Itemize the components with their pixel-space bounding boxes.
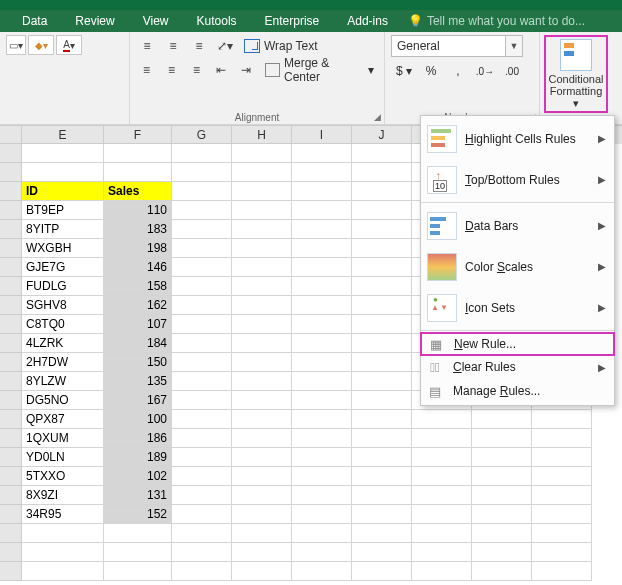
menu-data-bars[interactable]: Data Bars ▶ (421, 205, 614, 246)
cell[interactable] (172, 505, 232, 524)
cell[interactable] (104, 562, 172, 581)
row-header[interactable] (0, 182, 22, 201)
cell[interactable] (172, 201, 232, 220)
cell[interactable] (472, 562, 532, 581)
cell[interactable] (352, 144, 412, 163)
cell[interactable] (292, 144, 352, 163)
cell[interactable]: SGHV8 (22, 296, 104, 315)
cell[interactable] (352, 182, 412, 201)
row-header[interactable] (0, 144, 22, 163)
align-middle-icon[interactable]: ≡ (162, 35, 184, 57)
cell[interactable] (172, 448, 232, 467)
align-right-icon[interactable]: ≡ (186, 59, 207, 81)
row-header[interactable] (0, 220, 22, 239)
cell[interactable] (352, 467, 412, 486)
cell[interactable]: 4LZRK (22, 334, 104, 353)
cell[interactable] (104, 163, 172, 182)
cell[interactable]: 152 (104, 505, 172, 524)
cell[interactable] (472, 467, 532, 486)
cell[interactable] (292, 524, 352, 543)
cell[interactable]: 184 (104, 334, 172, 353)
col-header-F[interactable]: F (104, 126, 172, 144)
cell[interactable] (232, 410, 292, 429)
cell[interactable] (412, 505, 472, 524)
cell[interactable] (172, 467, 232, 486)
cell[interactable] (232, 163, 292, 182)
cell[interactable]: C8TQ0 (22, 315, 104, 334)
cell[interactable] (532, 524, 592, 543)
cell[interactable]: 131 (104, 486, 172, 505)
cell[interactable] (352, 315, 412, 334)
tab-data[interactable]: Data (8, 10, 61, 32)
cell[interactable]: 150 (104, 353, 172, 372)
cell[interactable] (472, 505, 532, 524)
cell[interactable] (232, 391, 292, 410)
cell[interactable] (352, 201, 412, 220)
cell[interactable]: 2H7DW (22, 353, 104, 372)
cell[interactable]: WXGBH (22, 239, 104, 258)
cell[interactable] (22, 543, 104, 562)
cell[interactable]: ID (22, 182, 104, 201)
cell[interactable] (172, 353, 232, 372)
cell[interactable] (232, 448, 292, 467)
cell[interactable] (292, 562, 352, 581)
cell[interactable] (22, 144, 104, 163)
cell[interactable] (232, 372, 292, 391)
cell[interactable]: 183 (104, 220, 172, 239)
cell[interactable]: 146 (104, 258, 172, 277)
cell[interactable] (172, 334, 232, 353)
cell[interactable] (292, 543, 352, 562)
menu-highlight-cells-rules[interactable]: Highlight Cells Rules ▶ (421, 118, 614, 159)
increase-decimal-button[interactable]: .0→ (472, 60, 498, 82)
cell[interactable] (292, 429, 352, 448)
cell[interactable] (232, 315, 292, 334)
cell[interactable]: 8YITP (22, 220, 104, 239)
cell[interactable] (232, 486, 292, 505)
cell[interactable]: 34R95 (22, 505, 104, 524)
cell[interactable] (172, 429, 232, 448)
row-header[interactable] (0, 410, 22, 429)
row-header[interactable] (0, 201, 22, 220)
cell[interactable] (352, 258, 412, 277)
cell[interactable]: 5TXXO (22, 467, 104, 486)
cell[interactable] (22, 163, 104, 182)
cell[interactable] (412, 410, 472, 429)
cell[interactable] (292, 220, 352, 239)
border-dropdown[interactable]: ▭▾ (6, 35, 26, 55)
cell[interactable] (292, 201, 352, 220)
row-header[interactable] (0, 429, 22, 448)
cell[interactable] (22, 524, 104, 543)
cell[interactable] (412, 467, 472, 486)
cell[interactable] (352, 562, 412, 581)
cell[interactable] (292, 372, 352, 391)
cell[interactable] (232, 467, 292, 486)
cell[interactable] (412, 524, 472, 543)
cell[interactable] (292, 334, 352, 353)
cell[interactable] (352, 334, 412, 353)
cell[interactable] (472, 429, 532, 448)
cell[interactable] (472, 524, 532, 543)
percent-format-button[interactable]: % (418, 60, 444, 82)
cell[interactable] (472, 486, 532, 505)
cell[interactable]: 198 (104, 239, 172, 258)
cell[interactable] (352, 163, 412, 182)
col-header-H[interactable]: H (232, 126, 292, 144)
cell[interactable] (172, 524, 232, 543)
cell[interactable] (352, 296, 412, 315)
decrease-decimal-button[interactable]: .00 (499, 60, 525, 82)
cell[interactable] (172, 144, 232, 163)
row-header[interactable] (0, 334, 22, 353)
cell[interactable] (472, 448, 532, 467)
cell[interactable] (104, 144, 172, 163)
cell[interactable] (104, 543, 172, 562)
cell[interactable]: 8X9ZI (22, 486, 104, 505)
cell[interactable] (172, 220, 232, 239)
cell[interactable] (172, 543, 232, 562)
cell[interactable] (352, 239, 412, 258)
cell[interactable] (172, 410, 232, 429)
cell[interactable] (232, 543, 292, 562)
row-header[interactable] (0, 391, 22, 410)
cell[interactable] (352, 505, 412, 524)
cell[interactable]: QPX87 (22, 410, 104, 429)
cell[interactable] (532, 505, 592, 524)
